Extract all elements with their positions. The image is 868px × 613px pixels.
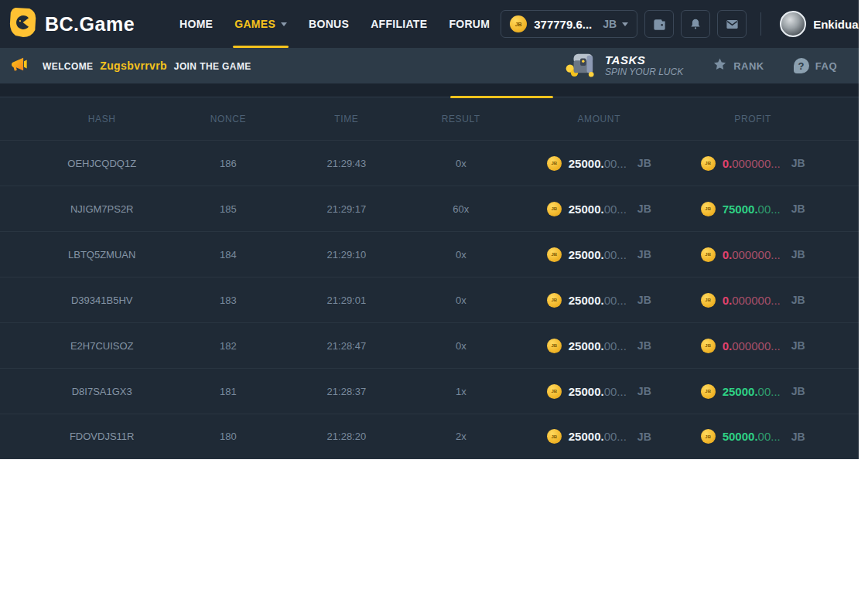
brand-logo[interactable]: BC.Game [9,7,135,41]
currency-unit: JB [791,339,805,352]
amount-value: 25000.00... [569,385,627,398]
profit-value: 0.000000... [723,294,781,307]
cell-hash: OEHJCQDQ1Z [35,158,169,169]
currency-unit: JB [791,294,805,306]
bell-icon [689,17,702,32]
currency-unit: JB [791,203,805,215]
table-row[interactable]: OEHJCQDQ1Z 186 21:29:43 0x JB 25000.00..… [0,140,859,186]
jb-coin-icon: JB [701,247,716,262]
cell-hash: D8I7SA1GX3 [35,386,169,397]
currency-unit: JB [637,431,651,443]
profit-value: 0.000000... [723,339,781,352]
cell-time: 21:29:43 [287,158,405,169]
currency-unit: JB [637,385,651,397]
jb-coin-icon: JB [510,15,527,32]
wallet-button[interactable] [644,10,674,38]
currency-unit: JB [637,294,651,306]
nav-item-affiliate[interactable]: AFFILIATE [360,0,438,48]
profit-value: 0.000000... [723,157,781,170]
table-row[interactable]: E2H7CUISOZ 182 21:28:47 0x JB 25000.00..… [0,322,859,368]
cell-time: 21:29:01 [287,295,405,306]
amount-value: 25000.00... [569,294,627,307]
wallet-icon [652,17,667,32]
user-menu[interactable]: Enkidua [775,11,859,37]
cell-nonce: 185 [169,203,287,215]
brand-name: BC.Game [45,13,135,36]
table-header-row: HASH NONCE TIME RESULT AMOUNT PROFIT [0,97,859,140]
column-header-hash: HASH [35,114,169,124]
table-row[interactable]: NJIGM7PS2R 185 21:29:17 60x JB 25000.00.… [0,186,859,231]
cell-profit: JB 0.000000... JB [682,339,824,353]
messages-button[interactable] [717,10,747,38]
star-icon [713,57,727,74]
announcement-bar: WELCOME Zugsbvrrvrb JOIN THE GAME [0,48,859,83]
profit-value: 50000.00... [723,430,781,443]
navbar-divider [760,12,761,36]
rank-label: RANK [733,60,764,72]
balance-selector[interactable]: JB 377779.6... JB [501,10,637,38]
table-row[interactable]: FDOVDJS11R 180 21:28:20 2x JB 25000.00..… [0,414,859,459]
currency-dropdown[interactable]: JB [592,18,628,30]
amount-value: 25000.00... [569,339,627,352]
chevron-down-icon [622,22,628,26]
jb-coin-icon: JB [547,247,562,262]
jb-coin-icon: JB [547,202,562,216]
tasks-title: TASKS [605,53,683,66]
cell-profit: JB 0.000000... JB [682,293,824,308]
cell-time: 21:28:37 [287,386,405,397]
table-row[interactable]: D39341B5HV 183 21:29:01 0x JB 25000.00..… [0,277,859,322]
nav-item-games-label: GAMES [234,18,275,30]
welcome-prefix: WELCOME [43,61,93,72]
currency-unit: JB [791,385,805,397]
cell-time: 21:28:47 [287,340,405,352]
cell-nonce: 181 [169,386,287,397]
profit-value: 75000.00... [723,203,781,216]
tasks-link[interactable]: TASKS SPIN YOUR LUCK [565,51,683,80]
column-header-nonce: NONCE [169,114,287,124]
rank-link[interactable]: RANK [713,57,764,74]
faq-label: FAQ [815,60,837,72]
nav-item-bonus[interactable]: BONUS [298,0,360,48]
currency-unit: JB [637,157,651,169]
currency-unit: JB [637,248,651,261]
cell-nonce: 182 [169,340,287,352]
nav-item-home[interactable]: HOME [169,0,224,48]
content-spacer [0,83,859,97]
cell-time: 21:28:20 [287,431,405,442]
currency-unit: JB [791,157,805,169]
jb-coin-icon: JB [547,384,562,399]
table-row[interactable]: LBTQ5ZMUAN 184 21:29:10 0x JB 25000.00..… [0,231,859,277]
nav-item-forum[interactable]: FORUM [438,0,501,48]
cell-result: 60x [405,203,516,215]
amount-value: 25000.00... [569,248,627,261]
column-header-profit: PROFIT [682,114,824,124]
cell-hash: FDOVDJS11R [35,431,169,442]
cell-profit: JB 0.000000... JB [682,156,824,171]
active-tab-indicator [450,96,553,98]
amount-value: 25000.00... [569,430,627,443]
navbar-right: JB 377779.6... JB [501,10,859,38]
jb-coin-icon: JB [701,293,716,308]
treasure-chest-icon [565,51,597,80]
currency-unit: JB [637,339,651,352]
cell-nonce: 186 [169,158,287,169]
notifications-button[interactable] [681,10,710,38]
balance-value: 377779.6... [534,18,592,31]
nav-item-games[interactable]: GAMES [224,0,298,48]
avatar [780,11,806,37]
cell-result: 1x [405,386,516,397]
cell-profit: JB 0.000000... JB [682,247,824,262]
jb-coin-icon: JB [701,202,716,216]
jb-coin-icon: JB [701,429,716,444]
cell-result: 0x [405,295,516,306]
bc-game-logo-icon [9,7,37,41]
cell-profit: JB 50000.00... JB [682,429,824,444]
jb-coin-icon: JB [547,429,562,444]
faq-link[interactable]: ? FAQ [794,58,837,73]
welcome-suffix: JOIN THE GAME [174,61,251,72]
table-row[interactable]: D8I7SA1GX3 181 21:28:37 1x JB 25000.00..… [0,368,859,414]
currency-code: JB [603,18,617,30]
amount-value: 25000.00... [569,203,627,216]
jb-coin-icon: JB [701,339,716,353]
mail-icon [725,17,740,32]
